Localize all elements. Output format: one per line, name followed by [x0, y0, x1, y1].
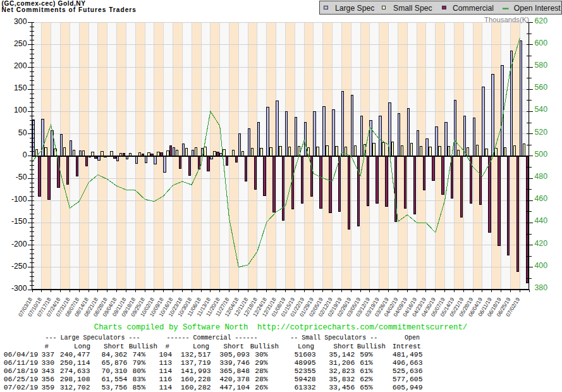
svg-text:61,554: 61,554 — [101, 376, 127, 383]
svg-text:06/04/19: 06/04/19 — [4, 351, 39, 358]
svg-text:Short: Short — [224, 343, 244, 350]
svg-text:359: 359 — [41, 384, 54, 391]
svg-text:-100: -100 — [11, 195, 27, 204]
svg-text:61332: 61332 — [295, 384, 316, 391]
svg-text:Short: Short — [104, 343, 124, 350]
svg-text:Large Spec: Large Spec — [335, 4, 374, 13]
svg-text:79%: 79% — [132, 359, 145, 367]
svg-text:330: 330 — [41, 359, 54, 367]
svg-text:29%: 29% — [255, 359, 268, 367]
svg-text:--- Large Speculators ---: --- Large Speculators --- — [46, 334, 140, 341]
svg-text:577,605: 577,605 — [393, 376, 423, 383]
svg-text:#: # — [166, 343, 170, 350]
svg-text:06/18/19: 06/18/19 — [4, 367, 39, 375]
svg-text:447,104: 447,104 — [219, 384, 250, 391]
svg-text:31,206: 31,206 — [329, 359, 355, 367]
svg-text:100: 100 — [14, 106, 27, 114]
svg-text:160,228: 160,228 — [181, 376, 211, 383]
svg-text:59%: 59% — [360, 351, 373, 358]
svg-text:65,876: 65,876 — [101, 359, 127, 367]
svg-text:620: 620 — [535, 16, 548, 25]
svg-text:141,993: 141,993 — [181, 367, 211, 375]
svg-text:35,142: 35,142 — [329, 351, 355, 358]
svg-text:104: 104 — [159, 351, 172, 358]
svg-text:420: 420 — [535, 239, 548, 248]
svg-text:305,093: 305,093 — [219, 351, 250, 358]
svg-text:28%: 28% — [255, 376, 268, 383]
svg-text:300: 300 — [14, 17, 27, 26]
svg-text:------ Commercial ------: ------ Commercial ------ — [167, 334, 258, 341]
svg-text:580: 580 — [535, 61, 548, 70]
svg-text:-300: -300 — [11, 284, 27, 293]
svg-text:500: 500 — [535, 150, 548, 159]
svg-text:-150: -150 — [11, 217, 27, 226]
svg-text:520: 520 — [535, 128, 548, 137]
svg-text:298,108: 298,108 — [60, 376, 90, 383]
svg-text:365,848: 365,848 — [219, 367, 250, 375]
svg-text:52355: 52355 — [295, 367, 316, 375]
svg-text:132,517: 132,517 — [181, 351, 211, 358]
svg-text:#: # — [45, 343, 49, 350]
svg-text:114: 114 — [159, 384, 172, 391]
svg-text:-250: -250 — [11, 262, 27, 271]
svg-text:343: 343 — [41, 367, 54, 375]
svg-text:35,832: 35,832 — [329, 376, 355, 383]
svg-text:380: 380 — [535, 283, 548, 292]
svg-text:Net Commitments of Futures Tra: Net Commitments of Futures Traders — [2, 6, 137, 13]
svg-text:85%: 85% — [132, 384, 145, 391]
svg-text:114: 114 — [159, 367, 172, 375]
svg-text:274,633: 274,633 — [60, 367, 90, 375]
svg-text:525,636: 525,636 — [393, 367, 423, 375]
svg-text:61%: 61% — [360, 359, 373, 367]
svg-text:Long: Long — [74, 343, 90, 350]
svg-text:65%: 65% — [360, 384, 373, 391]
svg-text:400: 400 — [535, 261, 548, 270]
svg-text:250: 250 — [14, 39, 27, 48]
svg-text:Long: Long — [193, 343, 209, 350]
svg-text:312,702: 312,702 — [60, 384, 90, 391]
svg-text:61%: 61% — [360, 367, 373, 375]
svg-text:-- Small Speculators --: -- Small Speculators -- — [290, 334, 377, 341]
svg-text:560: 560 — [535, 83, 548, 92]
svg-text:240,477: 240,477 — [60, 351, 90, 358]
svg-text:605,949: 605,949 — [393, 384, 423, 391]
svg-text:Small Spec: Small Spec — [393, 4, 432, 13]
svg-text:06/11/19: 06/11/19 — [4, 359, 39, 367]
svg-text:337: 337 — [41, 351, 54, 358]
svg-text:50: 50 — [18, 128, 27, 137]
svg-text:48995: 48995 — [295, 359, 316, 367]
svg-text:Bullish: Bullish — [357, 343, 386, 350]
svg-text:496,663: 496,663 — [393, 359, 423, 367]
svg-text:84,362: 84,362 — [101, 351, 127, 358]
svg-text:Commercial: Commercial — [453, 4, 494, 13]
svg-text:Open: Open — [405, 334, 420, 341]
svg-text:70,310: 70,310 — [101, 367, 127, 375]
svg-text:116: 116 — [159, 376, 172, 383]
svg-text:80%: 80% — [132, 367, 145, 375]
svg-text:0: 0 — [23, 150, 27, 159]
svg-text:540: 540 — [535, 105, 548, 114]
svg-text:Thousands(K): Thousands(K) — [484, 16, 529, 23]
svg-text:Open Interest: Open Interest — [514, 4, 561, 13]
svg-text:460: 460 — [535, 194, 548, 203]
svg-text:440: 440 — [535, 216, 548, 225]
svg-text:137,719: 137,719 — [181, 359, 211, 367]
svg-text:420,378: 420,378 — [219, 376, 250, 383]
svg-text:356: 356 — [41, 376, 54, 383]
svg-text:480: 480 — [535, 172, 548, 181]
svg-text:Short: Short — [334, 343, 354, 350]
svg-text:62%: 62% — [360, 376, 373, 383]
svg-text:200: 200 — [14, 61, 27, 70]
svg-text:339,746: 339,746 — [219, 359, 250, 367]
svg-text:30%: 30% — [255, 351, 268, 358]
svg-text:113: 113 — [159, 359, 172, 367]
svg-text:83%: 83% — [132, 376, 145, 383]
svg-text:150: 150 — [14, 83, 27, 92]
svg-text:28%: 28% — [255, 367, 268, 375]
svg-text:26%: 26% — [255, 384, 268, 391]
svg-text:07/02/19: 07/02/19 — [4, 384, 39, 391]
svg-text:Bullish: Bullish — [250, 343, 279, 350]
svg-text:250,114: 250,114 — [60, 359, 90, 367]
svg-text:06/25/19: 06/25/19 — [4, 376, 39, 383]
svg-text:-200: -200 — [11, 240, 27, 248]
